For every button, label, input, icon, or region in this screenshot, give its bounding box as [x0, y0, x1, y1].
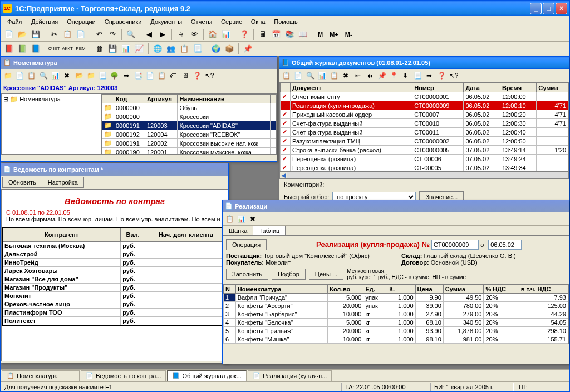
- tb-icon[interactable]: 📊: [235, 214, 247, 225]
- tb-icon[interactable]: ⬇: [400, 70, 411, 81]
- minimize-button[interactable]: _: [530, 3, 542, 14]
- taskbar-button[interactable]: 📋Номенклатура: [2, 370, 80, 381]
- tb2-icon[interactable]: 📦: [223, 43, 235, 55]
- table-row[interactable]: ✓Строка выписки банка (расход)СТ00000005…: [281, 146, 568, 155]
- next-icon[interactable]: ▶: [156, 28, 169, 41]
- tb-icon[interactable]: 📌: [376, 70, 387, 81]
- table-row[interactable]: 6Конфеты "Мишка"10.000кг1.00098.10981.00…: [224, 335, 568, 344]
- menu-item[interactable]: Справочники: [100, 17, 146, 26]
- menu-item[interactable]: Документы: [146, 17, 186, 26]
- table-row[interactable]: 📁0000191120003Кроссовки "ADIDAS": [102, 121, 276, 130]
- menu-item[interactable]: Операции: [62, 17, 100, 26]
- doc-number-input[interactable]: [431, 240, 479, 250]
- menu-item[interactable]: Помощь: [269, 17, 302, 26]
- tb-icon[interactable]: 🌳: [109, 70, 120, 81]
- table-row[interactable]: ✓Переоценка (розница)СТ-0000607.05.0213:…: [281, 155, 568, 163]
- tb2-icon[interactable]: 📋: [178, 43, 190, 55]
- book-icon[interactable]: 📖: [297, 28, 309, 41]
- tb-icon[interactable]: 📊: [316, 70, 327, 81]
- nomenclature-tree[interactable]: ⊞ 📁 Номенклатура: [1, 93, 101, 155]
- select-button[interactable]: Подбор: [272, 269, 306, 280]
- tb-icon[interactable]: ⏮: [364, 70, 375, 81]
- save-icon[interactable]: 💾: [30, 28, 42, 41]
- tb-icon[interactable]: 📄: [14, 70, 25, 81]
- tb-icon[interactable]: 📋: [281, 70, 292, 81]
- tb2-icon[interactable]: 📕: [3, 43, 15, 55]
- m-plus-button[interactable]: М+: [327, 28, 341, 41]
- tb2-icon[interactable]: 👥: [165, 43, 177, 55]
- journal-titlebar[interactable]: 📘 Общий журнал документов (01.08.01-22.0…: [279, 57, 569, 69]
- tb-icon[interactable]: 📃: [97, 70, 108, 81]
- tab-header[interactable]: Шапка: [223, 226, 253, 235]
- table-row[interactable]: 3Конфеты "Барбарис"10.000кг1.00027.90279…: [224, 310, 568, 319]
- realization-titlebar[interactable]: 📄 Реализаци: [223, 200, 569, 212]
- tab-table[interactable]: Таблиц: [253, 226, 286, 235]
- table-row[interactable]: Магазин "Продукты"руб.: [2, 284, 227, 292]
- tb-icon[interactable]: ⇤: [352, 70, 363, 81]
- tb-icon[interactable]: 📍: [388, 70, 399, 81]
- operation-button[interactable]: Операция: [226, 239, 267, 250]
- tb-icon[interactable]: 📃: [412, 70, 423, 81]
- tb-icon[interactable]: 🔍: [304, 70, 316, 81]
- table-row[interactable]: 📁0000000Кроссовки: [102, 112, 276, 121]
- table-row[interactable]: Монолитруб.: [2, 292, 227, 300]
- m-button[interactable]: M: [315, 28, 326, 41]
- taskbar-button[interactable]: 📄Реализация (купля-п...: [248, 370, 332, 381]
- taskbar-button[interactable]: 📘Общий журнал док...: [167, 370, 246, 381]
- report-heading[interactable]: Ведомость по контраг: [65, 196, 165, 206]
- table-row[interactable]: Политекструб.: [2, 317, 227, 326]
- tool-icon[interactable]: 🏠: [207, 28, 219, 41]
- tool-icon[interactable]: 📚: [283, 28, 296, 41]
- table-row[interactable]: ✓Счет-фактура выданныйСТ0001106.05.0212:…: [281, 128, 568, 137]
- tb-icon[interactable]: 🖥: [180, 70, 191, 81]
- help-icon[interactable]: ❓: [238, 28, 250, 41]
- tb-icon[interactable]: 📋: [224, 214, 235, 225]
- paste-icon[interactable]: 📄: [75, 28, 87, 41]
- tree-item[interactable]: ⊞ 📁 Номенклатура: [3, 95, 100, 103]
- table-row[interactable]: ✓Реализация (купля-продажа)СТ0000000906.…: [281, 101, 568, 110]
- find-icon[interactable]: 🔍: [125, 28, 137, 41]
- table-row[interactable]: ИнноТрейдруб.: [2, 259, 227, 267]
- fill-button[interactable]: Заполнить: [226, 269, 268, 280]
- tb-icon[interactable]: ❓: [191, 70, 203, 81]
- tb2-icon[interactable]: 🌐: [151, 43, 164, 55]
- tb2-icon[interactable]: 📃: [191, 43, 204, 55]
- copy-icon[interactable]: 📋: [61, 28, 73, 41]
- vedomost-grid[interactable]: КонтрагентВал.Нач. долг клиентаБытовая т…: [2, 227, 228, 326]
- table-row[interactable]: Орехов-частное лицоруб.: [2, 300, 227, 309]
- tb2-icon[interactable]: РЕМ: [75, 43, 87, 55]
- doc-date-input[interactable]: [488, 240, 522, 250]
- tb2-icon[interactable]: 📌: [242, 43, 254, 55]
- tb-icon[interactable]: ✖: [340, 70, 351, 81]
- vedomost-titlebar[interactable]: 📄 Ведомость по контрагентам *: [1, 163, 228, 176]
- taskbar-button[interactable]: 📄Ведомость по контра...: [81, 370, 166, 381]
- table-row[interactable]: Магазин "Все для дома"руб.: [2, 275, 227, 284]
- menu-item[interactable]: Действия: [27, 17, 62, 26]
- tb2-icon[interactable]: 📘: [30, 43, 42, 55]
- table-row[interactable]: Ларек Хозтоварыруб.: [2, 267, 227, 275]
- tb-icon[interactable]: ❓: [436, 70, 447, 81]
- prev-icon[interactable]: ◀: [143, 28, 155, 41]
- nomenclature-titlebar[interactable]: 📋 Номенклатура: [1, 57, 277, 69]
- table-row[interactable]: 2Конфеты "Ассорти"20.000упак1.00039.0078…: [224, 302, 568, 310]
- table-row[interactable]: 4Конфеты "Белочка"5.000кг1.00068.10340.5…: [224, 319, 568, 327]
- nomenclature-grid[interactable]: КодАртикулНаименование📁0000000Обувь📁0000…: [102, 94, 276, 155]
- tb2-icon[interactable]: 💾: [106, 43, 119, 55]
- print-icon[interactable]: 🖨: [175, 28, 187, 41]
- help-arrow-icon[interactable]: ↖?: [448, 70, 459, 81]
- realization-grid[interactable]: NНоменклатураКол-воЕд.К.ЦенаСумма% НДСв …: [223, 284, 568, 344]
- cut-icon[interactable]: ✂: [48, 28, 60, 41]
- table-row[interactable]: 1Вафли "Причуда"5.000упак1.0009.9049.502…: [224, 294, 568, 302]
- tb2-icon[interactable]: СЧЕТ: [48, 43, 60, 55]
- undo-icon[interactable]: ↶: [93, 28, 105, 41]
- table-row[interactable]: ✓Переоценка (розница)СТ-0000507.05.0213:…: [281, 163, 568, 172]
- maximize-button[interactable]: □: [543, 3, 554, 14]
- tb-icon[interactable]: 📄: [144, 70, 155, 81]
- m-minus-button[interactable]: М-: [342, 28, 355, 41]
- table-row[interactable]: 📁0000191120002Кроссовки высокие нат. кож: [102, 139, 276, 148]
- tb-icon[interactable]: ➡: [121, 70, 132, 81]
- tb-icon[interactable]: ✖: [61, 70, 72, 81]
- scroll-left-icon[interactable]: ◀: [280, 172, 287, 179]
- new-icon[interactable]: 📄: [3, 28, 15, 41]
- journal-grid[interactable]: ДокументНомерДатаВремяСумма✓Отчет комите…: [280, 83, 568, 171]
